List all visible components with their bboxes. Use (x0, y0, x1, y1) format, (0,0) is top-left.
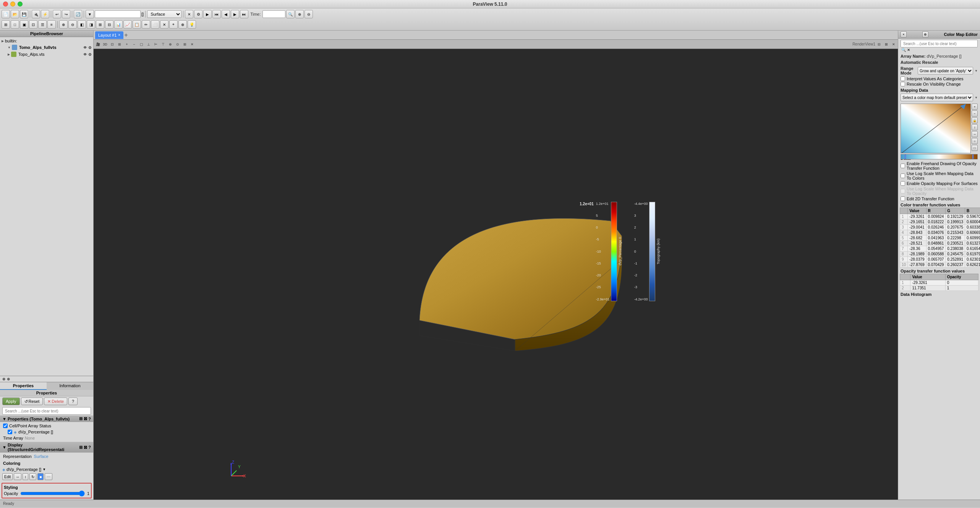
rescale-visibility-check[interactable] (901, 82, 905, 86)
cmap-btn-2[interactable]: − (972, 110, 978, 117)
pipeline-item-tomo[interactable]: ▼ Tomo_Alps_fullvts 👁 ⚙ (0, 44, 93, 51)
cme-search-input[interactable] (901, 40, 978, 47)
interpret-categories-check[interactable] (901, 76, 905, 81)
rt-3d-btn[interactable]: 3D (102, 41, 109, 48)
rt-slice-x-btn[interactable]: ⊥ (145, 41, 152, 48)
filter-down-button[interactable]: ▼ (86, 10, 94, 18)
tb2-13[interactable]: 📊 (114, 20, 123, 29)
tab-properties[interactable]: Properties (0, 382, 47, 390)
props-section-btn3[interactable]: ? (88, 417, 91, 421)
disp-section-btn1[interactable]: ⊞ (79, 445, 83, 450)
cmap-btn-6[interactable]: ○ (972, 138, 978, 144)
cme-expand-btn[interactable]: ⊕ (922, 31, 928, 37)
rt-reset-btn[interactable]: ⊡ (109, 41, 116, 48)
cell-point-checkbox[interactable] (3, 424, 8, 428)
tb2-12[interactable]: ⊟ (105, 20, 113, 29)
skip-start-button[interactable]: ⏮ (212, 10, 221, 18)
new-button[interactable]: 📄 (2, 10, 10, 18)
ctf-row[interactable]: 1-29.32610.0098240.1921290.596704 (900, 214, 980, 219)
eye-icon-tomo[interactable]: 👁 (83, 45, 87, 50)
colorbar-btn[interactable]: ■ (37, 473, 44, 480)
options-icon-tomo[interactable]: ⚙ (88, 45, 92, 50)
options-icon-topo[interactable]: ⚙ (88, 52, 92, 57)
rt-del-btn[interactable]: ✕ (189, 41, 196, 48)
play-button[interactable]: ▶ (203, 10, 212, 18)
cmap-btn-1[interactable]: + (972, 104, 978, 110)
zoom-button[interactable]: 🔍 (286, 10, 295, 18)
tb2-5[interactable]: ☰ (38, 20, 47, 29)
zoom2-button[interactable]: ⊕ (295, 10, 304, 18)
refresh-button[interactable]: 🔄 (74, 10, 82, 18)
cmap-btn-4[interactable]: ↕ (972, 124, 978, 130)
tb2-10[interactable]: ◨ (87, 20, 95, 29)
tb2-15[interactable]: 📋 (133, 20, 141, 29)
representation-select[interactable]: Surface (147, 10, 181, 18)
tb2-19[interactable]: ⌖ (169, 20, 178, 29)
rt-axes-btn[interactable]: ⊕ (167, 41, 174, 48)
redo-button[interactable]: ↪ (62, 10, 70, 18)
colormap-preset-select[interactable]: Select a color map from default presets (901, 94, 973, 101)
dvp-checkbox[interactable] (8, 430, 12, 434)
save-button[interactable]: 💾 (20, 10, 28, 18)
tab-information[interactable]: Information (47, 382, 93, 390)
panel-close-btn[interactable]: ⊗ (2, 377, 5, 381)
minimize-button[interactable] (10, 2, 15, 6)
rt-minus-btn[interactable]: − (131, 41, 138, 48)
time-input[interactable]: 0 (262, 10, 285, 18)
tb2-21[interactable]: 💡 (188, 20, 196, 29)
open-button[interactable]: 📂 (11, 10, 19, 18)
zoom3-button[interactable]: ⊖ (305, 10, 313, 18)
log-scale-colors-check[interactable] (901, 174, 905, 178)
ctf-row[interactable]: 7-28.360.0549570.2380380.616544 (900, 246, 980, 252)
edit-2d-check[interactable] (901, 196, 905, 201)
disconnect-button[interactable]: ⚡ (41, 10, 49, 18)
ctf-row[interactable]: 3-29.00410.0262460.2076750.603381 (900, 225, 980, 230)
cmap-btn-5[interactable]: ↔ (972, 131, 978, 137)
reset-button[interactable]: ↺ Reset (21, 398, 43, 405)
slider-left-handle[interactable] (905, 154, 906, 159)
undo-button[interactable]: ↩ (53, 10, 61, 18)
rt-orient-btn[interactable]: ⊙ (174, 41, 181, 48)
tb2-6[interactable]: ≡ (47, 20, 56, 29)
render-view[interactable]: 🎥 3D ⊡ ⊞ + − ▢ ⊥ ⊢ ⊤ ⊕ ⊙ ⊞ ✕ RenderView1… (94, 40, 898, 500)
prev-button[interactable]: ◀ (222, 10, 230, 18)
disp-section-btn2[interactable]: ⊠ (84, 445, 87, 450)
cme-search-icon[interactable]: 🔍 (901, 48, 906, 52)
rescale-btn[interactable]: ↔ (14, 473, 21, 480)
apply-button[interactable]: Apply (2, 398, 20, 405)
layout-tab-1[interactable]: Layout #1 × (95, 31, 123, 39)
props-section-btn2[interactable]: ⊠ (84, 416, 87, 421)
panel-expand-btn[interactable]: ⊕ (7, 377, 10, 381)
more-btn[interactable]: ⋯ (45, 473, 52, 480)
auto-rescale-select[interactable]: Grow and update on 'Apply' (918, 67, 973, 75)
cme-clear-icon[interactable]: ✕ (907, 48, 910, 52)
pipeline-item-topo[interactable]: ▶ Topo_Alps.vts 👁 ⚙ (0, 51, 93, 58)
cycle-btn[interactable]: ↻ (29, 473, 36, 480)
cmap-btn-7[interactable]: □ (972, 145, 978, 151)
delete-tb-button[interactable]: ✕ (185, 10, 193, 18)
rt-select-btn[interactable]: ▢ (138, 41, 145, 48)
skip-end-button[interactable]: ⏭ (240, 10, 248, 18)
tb2-2[interactable]: □ (11, 20, 19, 29)
ctf-row[interactable]: 9-28.03790.0657070.2528910.623014 (900, 257, 980, 262)
enable-opacity-check[interactable] (901, 181, 905, 186)
maximize-button[interactable] (18, 2, 23, 6)
rt-close-btn[interactable]: ✕ (890, 41, 897, 48)
rt-split-v-btn[interactable]: ⊠ (883, 41, 890, 48)
cmap-bottom-slider[interactable] (901, 154, 978, 159)
filter-input[interactable]: dVp_Percentage (95, 10, 141, 18)
tb2-18[interactable]: ✕ (160, 20, 168, 29)
rt-slice-y-btn[interactable]: ⊢ (152, 41, 159, 48)
slider-right-handle[interactable] (972, 154, 974, 159)
rt-plus-btn[interactable]: + (123, 41, 130, 48)
rt-grid-btn[interactable]: ⊞ (181, 41, 188, 48)
props-section-btn1[interactable]: ⊞ (79, 416, 83, 421)
opacity-row[interactable]: 211.73511 (900, 286, 978, 291)
tab-add-button[interactable]: + (124, 32, 128, 38)
tb2-17[interactable]: ⬜ (151, 20, 159, 29)
rt-camera-btn[interactable]: 🎥 (94, 41, 101, 48)
tb2-11[interactable]: ⊞ (96, 20, 104, 29)
tb2-7[interactable]: ⊕ (59, 20, 68, 29)
tb2-14[interactable]: 📈 (123, 20, 132, 29)
tb2-9[interactable]: ◧ (78, 20, 86, 29)
